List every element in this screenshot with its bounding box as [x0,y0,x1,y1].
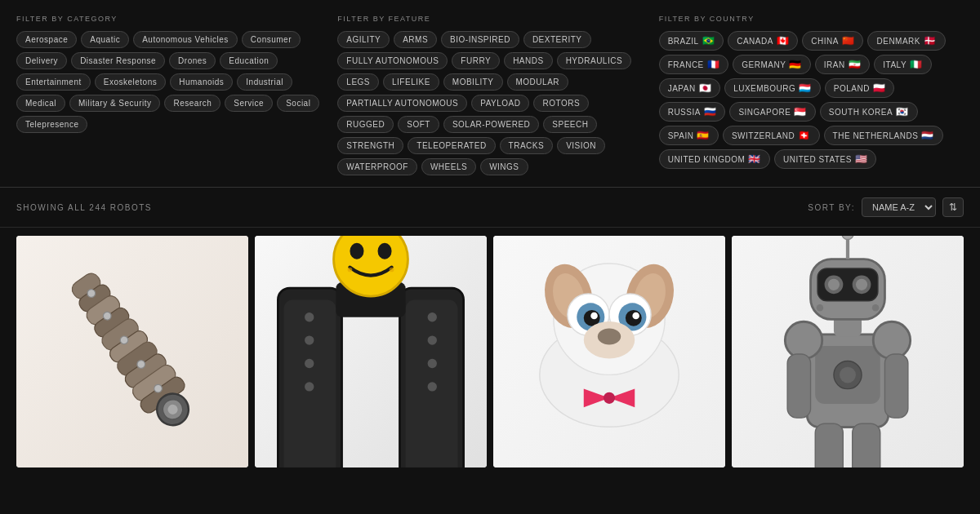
feature-tag[interactable]: PAYLOAD [471,95,529,112]
feature-tag[interactable]: VISION [557,137,605,154]
feature-tag[interactable]: AGILITY [337,31,390,48]
feature-filter-label: FILTER BY FEATURE [337,15,642,23]
feature-tag[interactable]: WHEELS [421,158,476,175]
feature-tag[interactable]: MOBILITY [443,73,503,91]
feature-tag[interactable]: TRACKS [500,137,554,154]
country-tag[interactable]: SPAIN 🇪🇸 [659,126,719,145]
country-tag[interactable]: SINGAPORE 🇸🇬 [729,102,815,122]
svg-point-31 [334,236,408,296]
country-tag[interactable]: FRANCE 🇫🇷 [659,55,729,74]
country-tag[interactable]: RUSSIA 🇷🇺 [659,102,726,122]
category-tag[interactable]: Medical [16,95,65,112]
feature-tag[interactable]: SOLAR-POWERED [443,116,539,133]
svg-point-69 [856,279,867,290]
feature-tag[interactable]: LEGS [337,73,379,91]
category-tag[interactable]: Research [164,95,220,112]
svg-point-68 [828,279,840,290]
feature-tag[interactable]: PARTIALLY AUTONOMOUS [337,95,467,112]
country-tag[interactable]: GERMANY 🇩🇪 [733,55,811,74]
country-tag[interactable]: SOUTH KOREA 🇰🇷 [820,102,918,122]
robot-card-3[interactable] [493,236,725,467]
sort-direction-button[interactable]: ⇅ [942,197,964,217]
feature-tag[interactable]: SOFT [398,116,439,133]
country-tag[interactable]: JAPAN 🇯🇵 [659,78,721,98]
country-tag[interactable]: THE NETHERLANDS 🇳🇱 [824,126,943,145]
filters-section: FILTER BY CATEGORY AerospaceAquaticAuton… [0,0,980,188]
svg-point-29 [428,359,437,368]
country-tag[interactable]: CANADA 🇨🇦 [728,31,798,51]
country-tag[interactable]: POLAND 🇵🇱 [825,78,895,98]
results-count: SHOWING ALL 244 ROBOTS [16,203,152,212]
category-tag[interactable]: Service [225,95,273,112]
svg-point-28 [428,335,437,344]
svg-point-71 [842,236,853,239]
robot-card-1[interactable] [16,236,248,467]
category-tag[interactable]: Disaster Response [71,52,165,69]
feature-tag[interactable]: ROTORS [533,95,589,112]
feature-tag[interactable]: WATERPROOF [337,158,417,175]
country-tag[interactable]: LUXEMBOURG 🇱🇺 [724,78,821,98]
category-tag[interactable]: Military & Security [69,95,161,112]
country-tag[interactable]: CHINA 🇨🇳 [802,31,863,51]
category-tag[interactable]: Telepresence [16,116,87,133]
country-tag[interactable]: SWITZERLAND 🇨🇭 [723,126,820,145]
feature-tag[interactable]: STRENGTH [337,137,403,154]
category-tag[interactable]: Humanoids [170,73,233,91]
category-tag[interactable]: Drones [169,52,216,69]
category-tag[interactable]: Entertainment [16,73,91,91]
svg-point-74 [817,304,824,312]
feature-tag[interactable]: FULLY AUTONOMOUS [337,52,448,69]
robot-card-4[interactable] [732,236,964,467]
country-tags: BRAZIL 🇧🇷CANADA 🇨🇦CHINA 🇨🇳DENMARK 🇩🇰FRAN… [659,31,964,169]
svg-point-54 [604,392,615,404]
feature-tag[interactable]: FURRY [452,52,500,69]
svg-point-49 [632,312,639,320]
feature-filter: FILTER BY FEATURE AGILITYARMSBIO-INSPIRE… [337,15,658,175]
feature-tag[interactable]: WINGS [480,158,528,175]
svg-point-27 [428,312,437,321]
country-tag[interactable]: UNITED KINGDOM 🇬🇧 [659,149,770,169]
country-tag[interactable]: IRAN 🇮🇷 [815,55,870,74]
feature-tag[interactable]: BIO-INSPIRED [441,31,519,48]
country-tag[interactable]: BRAZIL 🇧🇷 [659,31,724,51]
category-filter: FILTER BY CATEGORY AerospaceAquaticAuton… [16,15,337,175]
feature-tag[interactable]: TELEOPERATED [408,137,495,154]
category-tag[interactable]: Aquatic [81,31,129,48]
svg-point-25 [305,359,314,368]
country-tag[interactable]: UNITED STATES 🇺🇸 [774,149,876,169]
category-tag[interactable]: Exoskeletons [95,73,166,91]
feature-tag[interactable]: ARMS [394,31,437,48]
category-tag[interactable]: Education [220,52,278,69]
category-tag[interactable]: Consumer [242,31,301,48]
svg-rect-61 [787,354,810,418]
svg-point-35 [390,267,394,272]
country-filter: FILTER BY COUNTRY BRAZIL 🇧🇷CANADA 🇨🇦CHIN… [659,15,964,175]
sort-select[interactable]: NAME A-ZNAME Z-ANEWESTOLDEST [862,197,936,217]
svg-point-26 [305,382,314,391]
category-filter-label: FILTER BY CATEGORY [16,15,321,23]
sort-label: SORT BY: [808,203,855,212]
svg-point-24 [305,335,314,344]
category-tag[interactable]: Delivery [16,52,67,69]
feature-tag[interactable]: SPEECH [543,116,597,133]
svg-point-32 [350,243,363,259]
country-tag[interactable]: DENMARK 🇩🇰 [867,31,945,51]
category-tag[interactable]: Social [277,95,319,112]
country-filter-label: FILTER BY COUNTRY [659,15,964,23]
svg-rect-72 [815,423,843,467]
feature-tag[interactable]: LIFELIKE [383,73,439,91]
feature-tag[interactable]: RUGGED [337,116,394,133]
feature-tag[interactable]: MODULAR [507,73,569,91]
svg-point-60 [873,321,910,358]
feature-tag[interactable]: HYDRAULICS [557,52,631,69]
country-tag[interactable]: ITALY 🇮🇹 [874,55,931,74]
robot-card-2[interactable] [255,236,487,467]
category-tag[interactable]: Autonomous Vehicles [133,31,238,48]
svg-point-30 [428,382,437,391]
feature-tag[interactable]: HANDS [504,52,553,69]
feature-tag[interactable]: DEXTERITY [523,31,591,48]
category-tag[interactable]: Industrial [237,73,292,91]
category-tag[interactable]: Aerospace [16,31,77,48]
svg-point-23 [305,312,314,321]
robots-grid [0,228,980,476]
